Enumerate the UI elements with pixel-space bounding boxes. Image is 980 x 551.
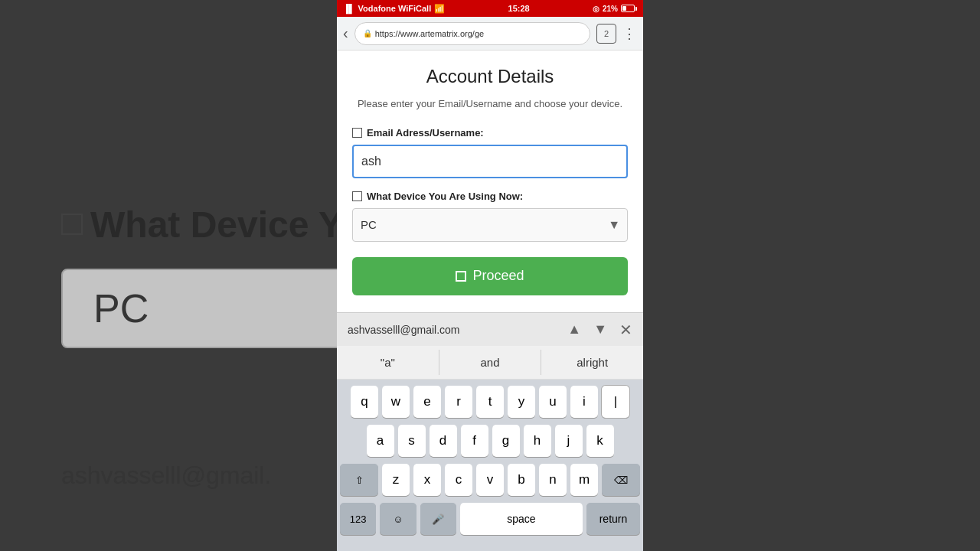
browser-bar: ‹ 🔒 https://www.artematrix.org/ge 2 ⋮ [337,17,643,51]
tab-count-button[interactable]: 2 [596,24,616,44]
bg-checkbox [61,214,83,235]
bg-email-row: ashvasselll@gmail. [61,461,271,490]
key-q[interactable]: q [351,386,378,418]
battery-icon [621,5,637,12]
key-pipe[interactable]: | [602,386,629,418]
key-c[interactable]: c [445,464,472,496]
key-u[interactable]: u [539,386,567,418]
email-input[interactable] [352,145,628,178]
web-content: Account Details Please enter your Email/… [337,51,643,312]
email-field-label: Email Adress/Username: [352,127,628,139]
key-backspace[interactable]: ⌫ [602,464,640,496]
page-subtitle: Please enter your Email/Username and cho… [352,96,628,112]
keyboard-row-4: 123 ☺ 🎤 space return [340,503,640,535]
nav-close-button[interactable]: ✕ [619,321,632,339]
key-t[interactable]: t [476,386,504,418]
autocomplete-suggestion[interactable]: ashvasselll@gmail.com [348,324,560,336]
location-icon: ◎ [593,5,599,13]
key-g[interactable]: g [492,425,520,457]
lock-icon: 🔒 [363,29,372,37]
autocomplete-nav: ▲ ▼ ✕ [567,321,632,339]
bottom-bar [337,542,643,551]
email-checkbox-icon [352,128,362,138]
key-emoji[interactable]: ☺ [380,503,416,535]
key-k[interactable]: k [586,425,614,457]
bg-what-device-text: What Device Yo [61,204,363,246]
key-e[interactable]: e [413,386,441,418]
autocomplete-bar: ashvasselll@gmail.com ▲ ▼ ✕ [337,312,643,346]
nav-up-button[interactable]: ▲ [567,321,581,337]
suggestion-a[interactable]: "a" [337,350,439,375]
key-return[interactable]: return [586,503,640,535]
key-numbers[interactable]: 123 [340,503,376,535]
battery-percent: 21% [603,5,618,13]
suggestions-row: "a" and alright [337,346,643,380]
key-y[interactable]: y [508,386,535,418]
url-bar[interactable]: 🔒 https://www.artematrix.org/ge [354,22,590,45]
device-select-wrapper: PC Mobile Tablet ▼ [352,208,628,242]
key-z[interactable]: z [382,464,410,496]
key-f[interactable]: f [461,425,488,457]
key-h[interactable]: h [524,425,551,457]
status-time: 15:28 [508,4,530,13]
signal-icon: ▐▌ [343,4,355,13]
suggestion-and[interactable]: and [439,350,542,375]
status-bar: ▐▌ Vodafone WiFiCall 📶 15:28 ◎ 21% [337,0,643,17]
keyboard: q w e r t y u i | a s d f g h j k ⇧ [337,380,643,542]
key-j[interactable]: j [555,425,583,457]
proceed-checkbox-icon [456,271,466,282]
keyboard-row-2: a s d f g h j k [340,425,640,457]
key-x[interactable]: x [413,464,441,496]
status-right: ◎ 21% [593,5,637,13]
main-layout: Account Details Please enter your Email/… [337,51,643,551]
page-title: Account Details [352,66,628,87]
key-s[interactable]: s [398,425,426,457]
device-select[interactable]: PC Mobile Tablet [352,208,628,242]
wifi-icon: 📶 [434,4,445,14]
key-v[interactable]: v [476,464,504,496]
key-m[interactable]: m [570,464,598,496]
device-field-label: What Device You Are Using Now: [352,191,628,202]
key-r[interactable]: r [445,386,472,418]
phone-container: ▐▌ Vodafone WiFiCall 📶 15:28 ◎ 21% ‹ 🔒 h… [337,0,643,551]
key-space[interactable]: space [460,503,583,535]
key-d[interactable]: d [430,425,457,457]
carrier-name: Vodafone WiFiCall [358,4,432,13]
key-mic[interactable]: 🎤 [420,503,456,535]
status-left: ▐▌ Vodafone WiFiCall 📶 [343,4,445,14]
suggestion-alright[interactable]: alright [541,350,643,375]
back-button[interactable]: ‹ [343,24,348,42]
url-text: https://www.artematrix.org/ge [375,29,484,38]
keyboard-row-1: q w e r t y u i | [340,386,640,418]
nav-down-button[interactable]: ▼ [593,321,607,337]
key-a[interactable]: a [367,425,394,457]
key-b[interactable]: b [508,464,535,496]
proceed-button[interactable]: Proceed [352,257,628,295]
key-w[interactable]: w [382,386,410,418]
key-shift[interactable]: ⇧ [340,464,378,496]
keyboard-row-3: ⇧ z x c v b n m ⌫ [340,464,640,496]
key-i[interactable]: i [570,386,598,418]
more-button[interactable]: ⋮ [622,25,637,42]
key-n[interactable]: n [539,464,567,496]
device-checkbox-icon [352,191,362,201]
